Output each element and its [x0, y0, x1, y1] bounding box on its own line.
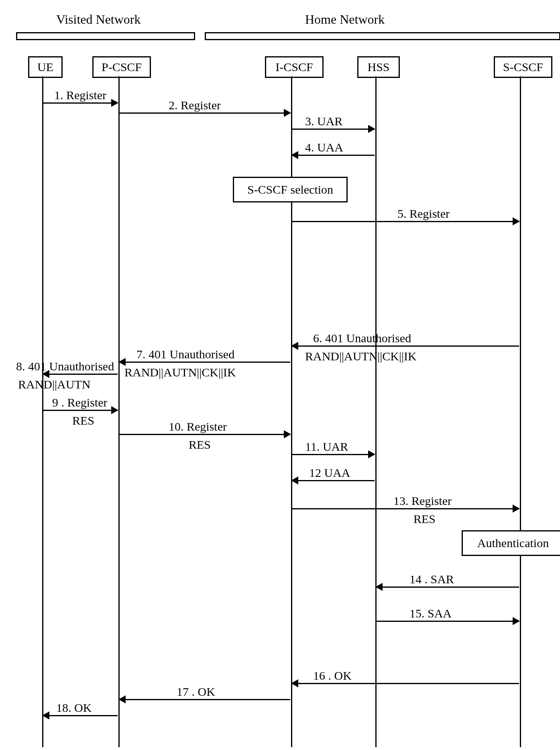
note-scscf-selection: S-CSCF selection — [233, 177, 348, 202]
msg-5-arrow — [292, 221, 519, 222]
msg-17-label: 17 . OK — [177, 685, 215, 699]
note-scscf-selection-label: S-CSCF selection — [247, 183, 333, 196]
msg-9-sub: RES — [72, 414, 94, 427]
note-authentication: Authentication — [462, 530, 560, 556]
msg-8-sub: RAND||AUTN — [18, 378, 90, 391]
msg-4-label: 4. UAA — [305, 141, 343, 154]
msg-12-label: 12 UAA — [309, 466, 350, 480]
sequence-diagram: Visited Network Home Network UE P-CSCF I… — [8, 8, 560, 750]
msg-1-label: 1. Register — [54, 88, 106, 102]
msg-10-arrow — [119, 434, 290, 435]
msg-5-label: 5. Register — [397, 207, 450, 221]
msg-10-label: 10. Register — [169, 420, 227, 433]
msg-13-arrow — [292, 508, 519, 509]
msg-8-arrow — [43, 374, 118, 375]
group-visited-bar — [16, 32, 195, 40]
msg-16-arrow — [292, 683, 519, 684]
msg-13-sub: RES — [413, 512, 436, 526]
lifeline-ue — [42, 76, 43, 747]
participant-pcscf: P-CSCF — [92, 56, 151, 78]
msg-13-label: 13. Register — [393, 494, 452, 508]
group-home-label: Home Network — [305, 12, 385, 27]
participant-icscf-label: I-CSCF — [275, 60, 313, 74]
msg-17-arrow — [119, 699, 290, 700]
msg-7-arrow — [119, 362, 290, 363]
group-home-bar — [205, 32, 560, 40]
msg-3-arrow — [292, 129, 375, 130]
msg-6-arrow — [292, 345, 519, 347]
lifeline-hss — [375, 76, 377, 747]
msg-15-arrow — [376, 621, 519, 622]
msg-9-label: 9 . Register — [52, 396, 107, 409]
msg-11-label: 11. UAR — [305, 440, 348, 454]
participant-ue: UE — [28, 56, 63, 78]
participant-scscf-label: S-CSCF — [503, 60, 543, 74]
msg-2-arrow — [119, 112, 290, 114]
msg-8-label: 8. 401 Unauthorised — [16, 360, 114, 373]
participant-icscf: I-CSCF — [265, 56, 324, 78]
group-visited-label: Visited Network — [56, 12, 141, 27]
msg-1-arrow — [43, 102, 118, 104]
msg-3-label: 3. UAR — [305, 114, 342, 128]
msg-6-sub: RAND||AUTN||CK||IK — [305, 349, 417, 363]
msg-10-sub: RES — [189, 438, 211, 452]
msg-4-arrow — [292, 155, 375, 156]
msg-18-arrow — [43, 715, 118, 716]
msg-15-label: 15. SAA — [409, 607, 452, 620]
note-authentication-label: Authentication — [477, 536, 549, 550]
participant-scscf: S-CSCF — [494, 56, 552, 78]
participant-hss-label: HSS — [367, 60, 389, 74]
msg-7-label: 7. 401 Unauthorised — [136, 347, 234, 361]
msg-18-label: 18. OK — [56, 701, 92, 715]
lifeline-pcscf — [118, 76, 120, 747]
msg-14-label: 14 . SAR — [409, 572, 454, 586]
msg-9-arrow — [43, 410, 118, 411]
participant-ue-label: UE — [37, 60, 53, 74]
msg-2-label: 2. Register — [169, 98, 221, 112]
msg-7-sub: RAND||AUTN||CK||IK — [124, 366, 236, 379]
msg-14-arrow — [376, 587, 519, 588]
msg-12-arrow — [292, 480, 375, 481]
lifeline-scscf — [520, 76, 521, 747]
msg-11-arrow — [292, 454, 375, 455]
participant-pcscf-label: P-CSCF — [102, 60, 142, 74]
participant-hss: HSS — [357, 56, 400, 78]
msg-6-label: 6. 401 Unauthorised — [313, 331, 411, 345]
msg-16-label: 16 . OK — [313, 669, 352, 683]
